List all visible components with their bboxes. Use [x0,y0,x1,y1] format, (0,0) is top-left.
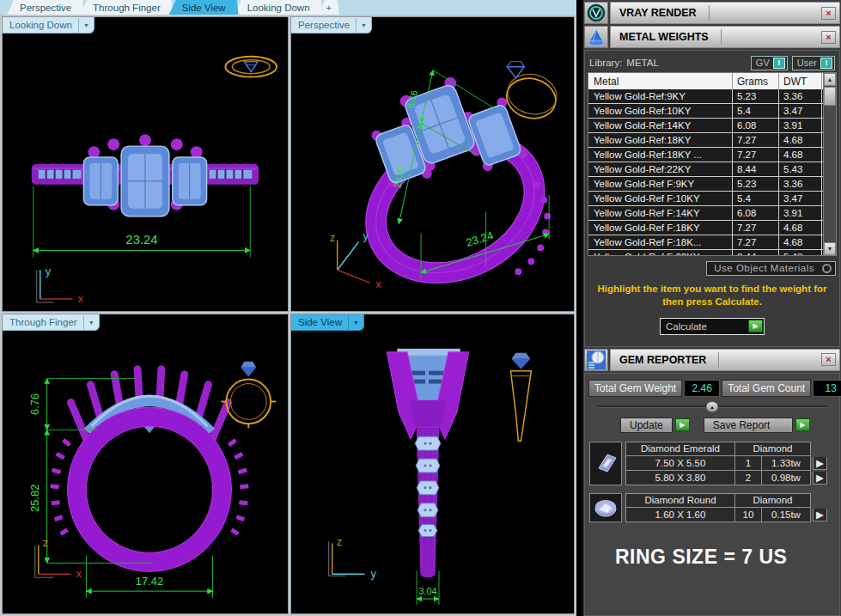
gem-reporter-body: Total Gem Weight 2.46 Total Gem Count 13… [584,373,840,616]
svg-text:z: z [43,536,48,549]
viewport-looking-down[interactable]: 23.24 y x [2,16,289,312]
library-label: Library: [589,58,622,68]
ring-top-view [32,134,259,216]
save-report-button[interactable]: Save Report [704,418,793,433]
green-arrow-icon[interactable]: ▶ [813,509,827,521]
table-row[interactable]: Yellow Gold-Ref F:14KY6.083.91 [588,206,823,221]
calculate-row: Calculate ▶ [588,318,837,335]
chevron-down-icon[interactable]: ▼ [356,18,371,33]
col-grams: Grams [733,73,779,89]
gem-reporter-title: GEM REPORTER [619,354,706,366]
scroll-up-icon[interactable]: ▲ [824,73,836,86]
scroll-down-icon[interactable]: ▼ [824,242,836,255]
viewport-area: Perspective Through Finger Side View Loo… [0,0,576,616]
gem-buttons-row: Update ▶ Save Report ▶ [620,417,837,434]
gem-reporter-title-bar[interactable]: GEM REPORTER × [610,349,840,371]
vray-render-header: VRAY RENDER × [584,2,840,24]
viewport-label-text: Perspective [298,20,350,30]
viewport-label-looking-down[interactable]: Looking Down ▼ [3,17,94,34]
collapse-divider: ▲ [598,401,826,412]
table-row[interactable]: Yellow Gold-Ref F:22KY8.445.43 [588,250,823,255]
svg-text:6.76: 6.76 [28,393,41,415]
table-row[interactable]: Yellow Gold-Ref:18KY7.274.68 [588,133,823,148]
use-object-materials-button[interactable]: Use Object Materials [706,261,836,276]
table-row[interactable]: Yellow Gold-Ref:14KY6.083.91 [588,119,823,133]
gem-row[interactable]: 1.60 X 1.60 10 0.15tw ▶ [625,508,836,522]
app-window: Perspective Through Finger Side View Loo… [0,0,841,616]
viewport-side-view[interactable]: 3.04 z y [290,314,575,614]
table-row[interactable]: Yellow Gold-Ref F:18KY7.274.68 [588,221,823,235]
viewport-label-text: Looking Down [9,20,72,30]
svg-text:3.04: 3.04 [418,586,436,596]
viewport-label-perspective[interactable]: Perspective ▼ [291,17,372,34]
viewport-label-through-finger[interactable]: Through Finger ▼ [3,314,100,331]
tab-through-finger[interactable]: Through Finger [80,0,174,15]
viewport-perspective[interactable]: 6.76 25.82 23.24 z y [290,16,575,312]
scrollbar-thumb[interactable] [824,87,836,106]
green-arrow-icon[interactable]: ▶ [813,457,827,470]
update-button[interactable]: Update [620,418,673,433]
svg-text:z: z [330,231,335,244]
ring-orientation-icon [503,62,561,124]
gem-table-header: Diamond Emerald Diamond [625,442,836,456]
ring-perspective-view [340,61,570,311]
svg-text:x: x [76,567,82,580]
gv-toggle[interactable]: GV I [751,56,788,70]
ring-side-view [387,349,468,577]
gem-row[interactable]: 5.80 X 3.80 2 0.98tw ▶ [625,471,836,485]
viewport-label-text: Side View [298,317,342,327]
ring-orientation-icon [225,57,277,77]
table-row[interactable]: Yellow Gold-Ref F:18K...7.274.68 [588,235,823,250]
metal-weights-body: Library: METAL GV I User I Metal Grams D… [584,50,840,347]
tab-label: Looking Down [247,3,310,13]
total-gem-count-value: 13 [813,380,841,397]
table-scrollbar[interactable]: ▲ ▼ [823,73,836,255]
tab-looking-down[interactable]: Looking Down [235,0,323,15]
total-gem-weight-label: Total Gem Weight [588,380,682,397]
table-row[interactable]: Yellow Gold-Ref:18KY ...7.274.68 [588,148,823,162]
calculate-button[interactable]: Calculate ▶ [660,318,765,335]
chevron-down-icon[interactable]: ▼ [78,18,94,33]
svg-text:y: y [363,229,369,242]
green-arrow-icon[interactable]: ▶ [795,418,810,431]
gem-totals-row: Total Gem Weight 2.46 Total Gem Count 13 [588,380,836,397]
user-toggle[interactable]: User I [792,56,835,70]
viewport-label-side-view[interactable]: Side View ▼ [291,314,364,331]
ring-front-view [51,369,249,572]
green-arrow-icon[interactable]: ▶ [813,472,827,485]
axis-gizmo: z x [35,536,82,580]
tab-label: Through Finger [93,3,161,13]
ring-orientation-icon [221,362,276,429]
viewport-through-finger[interactable]: 6.76 25.82 17.42 z x [2,314,289,614]
tab-perspective[interactable]: Perspective [7,0,84,15]
svg-text:y: y [46,265,52,278]
vray-title-bar[interactable]: VRAY RENDER × [610,2,840,24]
plus-icon: + [326,3,332,13]
tab-side-view[interactable]: Side View [169,0,239,15]
table-row[interactable]: Yellow Gold-Ref:10KY5.43.47 [588,104,823,119]
table-row[interactable]: Yellow Gold-Ref F:9KY5.233.36 [588,177,823,192]
calculate-instruction: Highlight the item you want to find the … [594,283,830,308]
table-row[interactable]: Yellow Gold-Ref F:10KY5.43.47 [588,192,823,206]
view-tab-bar: Perspective Through Finger Side View Loo… [0,0,576,15]
close-icon[interactable]: × [821,353,836,366]
collapse-icon[interactable]: ▲ [706,401,719,412]
metal-weights-title: METAL WEIGHTS [619,31,709,43]
gem-row[interactable]: 7.50 X 5.50 1 1.33tw ▶ [625,456,836,471]
right-panel: VRAY RENDER × METAL WEIGHTS × [582,0,841,616]
close-icon[interactable]: × [821,7,836,20]
looking-down-canvas: 23.24 y x [3,17,288,311]
chevron-down-icon[interactable]: ▼ [83,315,99,330]
perspective-canvas: 6.76 25.82 23.24 z y [291,17,574,311]
table-row[interactable]: Yellow Gold-Ref:22KY8.445.43 [588,162,823,177]
axis-gizmo: y x [37,265,84,305]
gem-table: Diamond Emerald Diamond 7.50 X 5.50 1 1.… [625,442,836,485]
table-row[interactable]: Yellow Gold-Ref:9KY5.233.36 [588,89,823,104]
green-arrow-icon[interactable]: ▶ [675,418,690,431]
chevron-down-icon[interactable]: ▼ [348,315,363,330]
metal-weights-title-bar[interactable]: METAL WEIGHTS × [610,26,840,48]
ring-size-text: RING SIZE = 7 US [615,546,837,569]
close-icon[interactable]: × [821,31,836,44]
col-dwt: DWT [779,73,822,89]
metal-table-header: Metal Grams DWT [588,73,823,89]
